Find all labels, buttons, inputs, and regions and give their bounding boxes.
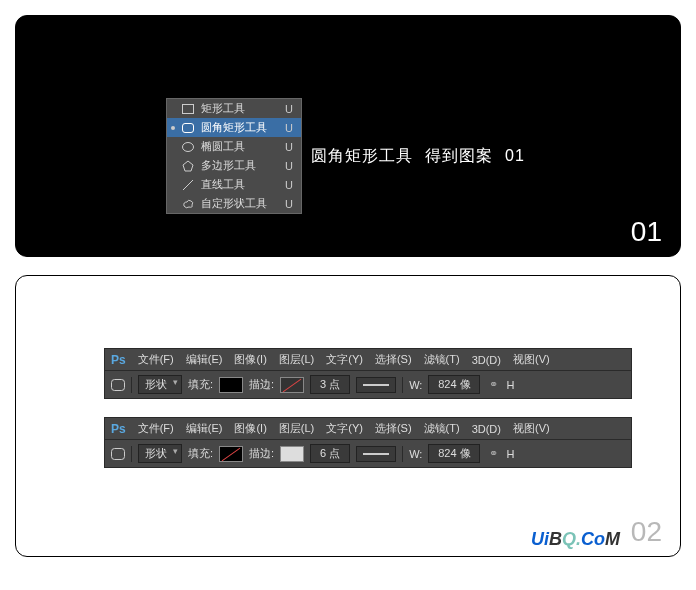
menu-image[interactable]: 图像(I)	[234, 352, 266, 367]
stroke-label: 描边:	[249, 446, 274, 461]
line-icon	[181, 178, 195, 192]
tool-polygon[interactable]: 多边形工具 U	[167, 156, 301, 175]
stroke-style-dropdown[interactable]	[356, 377, 396, 393]
menu-type[interactable]: 文字(Y)	[326, 352, 363, 367]
rectangle-icon	[181, 102, 195, 116]
stroke-width-input[interactable]: 6 点	[310, 444, 350, 463]
ps-logo: Ps	[111, 353, 126, 367]
separator	[402, 446, 403, 462]
separator	[131, 446, 132, 462]
fill-swatch[interactable]	[219, 446, 243, 462]
tool-rounded-rectangle[interactable]: 圆角矩形工具 U	[167, 118, 301, 137]
menu-type[interactable]: 文字(Y)	[326, 421, 363, 436]
step-number: 01	[631, 216, 662, 248]
height-label: H	[506, 448, 514, 460]
tool-custom-shape[interactable]: 自定形状工具 U	[167, 194, 301, 213]
width-label: W:	[409, 379, 422, 391]
tool-rectangle[interactable]: 矩形工具 U	[167, 99, 301, 118]
options-bar: 形状 填充: 描边: 3 点 W: 824 像 ⚭ H	[104, 371, 632, 399]
menu-view[interactable]: 视图(V)	[513, 421, 550, 436]
tool-label: 矩形工具	[201, 101, 267, 116]
step-panel-01: 矩形工具 U 圆角矩形工具 U 椭圆工具 U 多边形工具 U 直线工具 U	[15, 15, 681, 257]
annotation-text: 圆角矩形工具得到图案01	[311, 146, 525, 167]
svg-line-4	[183, 180, 193, 190]
shape-tools-flyout: 矩形工具 U 圆角矩形工具 U 椭圆工具 U 多边形工具 U 直线工具 U	[166, 98, 302, 214]
rounded-rectangle-icon[interactable]	[111, 378, 125, 392]
menu-bar: Ps 文件(F) 编辑(E) 图像(I) 图层(L) 文字(Y) 选择(S) 滤…	[104, 348, 632, 371]
ellipse-icon	[181, 140, 195, 154]
stroke-label: 描边:	[249, 377, 274, 392]
tool-shortcut: U	[285, 103, 293, 115]
ps-snapshot-1: Ps 文件(F) 编辑(E) 图像(I) 图层(L) 文字(Y) 选择(S) 滤…	[104, 348, 632, 399]
fill-label: 填充:	[188, 446, 213, 461]
svg-rect-1	[183, 123, 194, 132]
svg-rect-0	[183, 104, 194, 113]
menu-filter[interactable]: 滤镜(T)	[424, 352, 460, 367]
link-icon[interactable]: ⚭	[486, 447, 500, 461]
width-label: W:	[409, 448, 422, 460]
svg-rect-6	[112, 448, 125, 459]
menu-file[interactable]: 文件(F)	[138, 352, 174, 367]
stroke-swatch[interactable]	[280, 446, 304, 462]
menu-select[interactable]: 选择(S)	[375, 352, 412, 367]
svg-marker-3	[183, 161, 193, 171]
tool-label: 椭圆工具	[201, 139, 267, 154]
tool-shortcut: U	[285, 198, 293, 210]
stroke-swatch[interactable]	[280, 377, 304, 393]
svg-point-2	[183, 142, 194, 151]
stroke-style-dropdown[interactable]	[356, 446, 396, 462]
separator	[131, 377, 132, 393]
menu-edit[interactable]: 编辑(E)	[186, 352, 223, 367]
menu-3d[interactable]: 3D(D)	[472, 423, 501, 435]
step-number: 02	[631, 516, 662, 548]
tool-line[interactable]: 直线工具 U	[167, 175, 301, 194]
menu-select[interactable]: 选择(S)	[375, 421, 412, 436]
stroke-width-input[interactable]: 3 点	[310, 375, 350, 394]
separator	[402, 377, 403, 393]
active-dot	[171, 126, 175, 130]
width-input[interactable]: 824 像	[428, 444, 480, 463]
menu-view[interactable]: 视图(V)	[513, 352, 550, 367]
menu-layer[interactable]: 图层(L)	[279, 421, 314, 436]
tool-shortcut: U	[285, 160, 293, 172]
tool-label: 自定形状工具	[201, 196, 267, 211]
link-icon[interactable]: ⚭	[486, 378, 500, 392]
ps-logo: Ps	[111, 422, 126, 436]
menu-edit[interactable]: 编辑(E)	[186, 421, 223, 436]
polygon-icon	[181, 159, 195, 173]
menu-3d[interactable]: 3D(D)	[472, 354, 501, 366]
custom-shape-icon	[181, 197, 195, 211]
menu-bar: Ps 文件(F) 编辑(E) 图像(I) 图层(L) 文字(Y) 选择(S) 滤…	[104, 417, 632, 440]
menu-filter[interactable]: 滤镜(T)	[424, 421, 460, 436]
svg-rect-5	[112, 379, 125, 390]
tool-shortcut: U	[285, 122, 293, 134]
rounded-rectangle-icon	[181, 121, 195, 135]
fill-swatch[interactable]	[219, 377, 243, 393]
ps-snapshot-2: Ps 文件(F) 编辑(E) 图像(I) 图层(L) 文字(Y) 选择(S) 滤…	[104, 417, 632, 468]
tool-ellipse[interactable]: 椭圆工具 U	[167, 137, 301, 156]
width-input[interactable]: 824 像	[428, 375, 480, 394]
mode-dropdown[interactable]: 形状	[138, 444, 182, 463]
mode-dropdown[interactable]: 形状	[138, 375, 182, 394]
tool-label: 多边形工具	[201, 158, 267, 173]
height-label: H	[506, 379, 514, 391]
tool-label: 直线工具	[201, 177, 267, 192]
tool-label: 圆角矩形工具	[201, 120, 267, 135]
options-bar: 形状 填充: 描边: 6 点 W: 824 像 ⚭ H	[104, 440, 632, 468]
menu-file[interactable]: 文件(F)	[138, 421, 174, 436]
step-panel-02: Ps 文件(F) 编辑(E) 图像(I) 图层(L) 文字(Y) 选择(S) 滤…	[15, 275, 681, 557]
rounded-rectangle-icon[interactable]	[111, 447, 125, 461]
photoshop-bars: Ps 文件(F) 编辑(E) 图像(I) 图层(L) 文字(Y) 选择(S) 滤…	[104, 348, 632, 486]
menu-layer[interactable]: 图层(L)	[279, 352, 314, 367]
tool-shortcut: U	[285, 179, 293, 191]
watermark: UiBQ.CoM	[531, 529, 620, 550]
tool-shortcut: U	[285, 141, 293, 153]
menu-image[interactable]: 图像(I)	[234, 421, 266, 436]
fill-label: 填充:	[188, 377, 213, 392]
